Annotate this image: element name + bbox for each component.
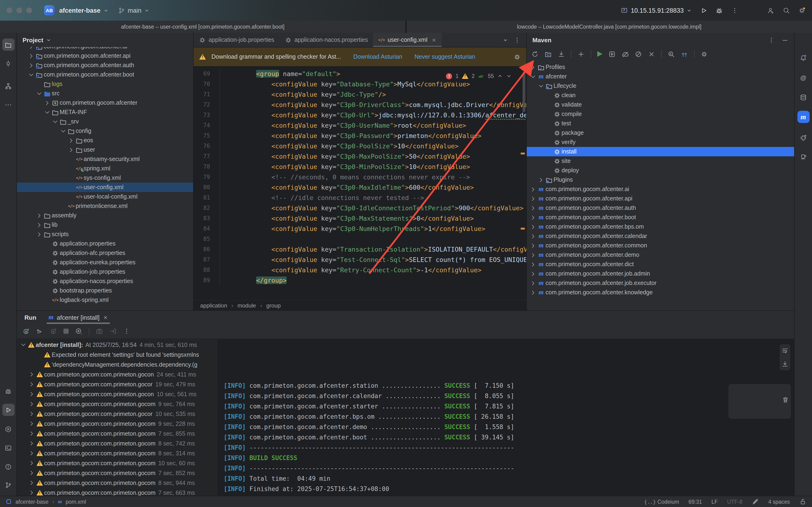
maven-tree-item[interactable]: mcom.primeton.gocom.afcenter.job.admin	[527, 269, 794, 278]
hide-panel-button[interactable]	[781, 36, 789, 44]
device-selector[interactable]: 10.15.15.91:28833	[621, 7, 692, 14]
run-rerun-failed-icon[interactable]	[36, 328, 43, 335]
lock-icon[interactable]	[799, 498, 806, 505]
run-rerun-icon[interactable]	[22, 328, 30, 335]
more-tools-button[interactable]	[2, 99, 14, 111]
chevron-down-icon[interactable]	[44, 109, 51, 116]
chevron-right-icon[interactable]	[529, 242, 537, 249]
commit-tool-button[interactable]	[2, 57, 14, 69]
chevron-right-icon[interactable]	[28, 440, 35, 447]
never-suggest-asturian-link[interactable]: Never suggest Asturian	[414, 54, 475, 60]
problems-tool-button[interactable]	[2, 460, 14, 473]
project-tree-item[interactable]: application-eureka.properties	[17, 258, 193, 267]
chevron-right-icon[interactable]	[529, 280, 537, 287]
run-tree-item[interactable]: !com.primeton.gocom:com.primeton.gocom8 …	[17, 478, 217, 488]
chevron-right-icon[interactable]	[28, 47, 35, 50]
project-tree-item[interactable]: </>spring.xml	[17, 164, 193, 173]
breadcrumb-item[interactable]: group	[266, 302, 281, 308]
chevron-right-icon[interactable]	[28, 450, 35, 457]
run-button[interactable]	[700, 7, 707, 14]
maven-close-x-icon[interactable]	[648, 50, 655, 58]
run-tool-button[interactable]	[2, 404, 14, 416]
chevron-right-icon[interactable]	[28, 52, 35, 59]
warning-stripe-mark[interactable]	[521, 227, 525, 229]
read-only-toggle-icon[interactable]	[752, 498, 759, 505]
maven-tree-item[interactable]: Profiles	[527, 62, 794, 72]
code-line[interactable]: 84 <configValue key="C3p0-NumHelperThrea…	[194, 223, 526, 234]
maven-tree-item[interactable]: install	[527, 147, 794, 156]
chevron-right-icon[interactable]	[28, 371, 35, 378]
banner-settings-icon[interactable]	[514, 53, 521, 60]
breadcrumb-item[interactable]: application	[200, 302, 227, 308]
dependencies-tool-button[interactable]	[797, 131, 809, 144]
tab-list-dropdown-icon[interactable]	[503, 37, 508, 43]
endpoints-tool-button[interactable]	[797, 150, 809, 162]
project-tree-item[interactable]: user	[17, 145, 193, 155]
maven-analyze-deps-icon[interactable]	[668, 50, 675, 58]
debug-button[interactable]	[716, 7, 723, 14]
maven-run-green-icon[interactable]	[597, 51, 602, 57]
close-icon[interactable]	[431, 37, 436, 43]
chevron-right-icon[interactable]	[68, 146, 75, 153]
maven-plus-icon[interactable]	[577, 50, 585, 58]
chevron-right-icon[interactable]	[28, 381, 35, 388]
maven-execute-goal-icon[interactable]	[609, 50, 616, 58]
chevron-down-icon[interactable]	[60, 127, 67, 134]
services-tool-button[interactable]	[2, 423, 14, 435]
project-tree-item[interactable]: META-INF	[17, 108, 193, 117]
code-with-me-button[interactable]	[767, 7, 774, 14]
project-tree-item[interactable]: </>user-local-config.xml	[17, 192, 193, 202]
chevron-down-icon[interactable]	[529, 73, 537, 80]
tab-options-icon[interactable]	[514, 36, 521, 44]
prev-problem-icon[interactable]	[497, 73, 503, 79]
download-asturian-link[interactable]: Download Asturian	[353, 54, 402, 60]
project-tree-item[interactable]: </>antisamy-security.xml	[17, 155, 193, 164]
maven-tree-item[interactable]: mcom.primeton.gocom.afcenter.ai	[527, 184, 794, 194]
maven-tree-item[interactable]: mcom.primeton.gocom.afcenter.dict	[527, 260, 794, 269]
code-line[interactable]: 85	[194, 234, 526, 244]
run-tree-item[interactable]: !com.primeton.gocom:com.primeton.gocom9 …	[17, 399, 217, 409]
code-line[interactable]: 74 <configValue key="C3p0-UserName">root…	[194, 120, 526, 130]
caret-position[interactable]: 69:31	[689, 499, 702, 504]
project-tree-item[interactable]: assembly	[17, 211, 193, 220]
close-icon[interactable]	[103, 315, 108, 320]
scroll-to-end-icon[interactable]	[781, 360, 789, 368]
chevron-right-icon[interactable]	[28, 469, 35, 476]
chevron-right-icon[interactable]	[36, 221, 43, 228]
git-tool-button[interactable]	[2, 479, 14, 491]
code-line[interactable]: 73 <configValue key="C3p0-Url">jdbc:mysq…	[194, 110, 526, 120]
close-window-icon[interactable]	[7, 7, 12, 13]
maven-tree-item[interactable]: Lifecycle	[527, 81, 794, 91]
maven-tree-item[interactable]: mcom.primeton.gocom.afcenter.common	[527, 241, 794, 250]
branch-selector[interactable]: main	[118, 7, 150, 14]
chevron-right-icon[interactable]	[28, 460, 35, 467]
run-tree-item[interactable]: !com.primeton.gocom:com.primeton.gocom7 …	[17, 429, 217, 439]
line-separator[interactable]: LF	[711, 499, 718, 504]
code-line[interactable]: 89 </group>	[194, 275, 526, 285]
chevron-right-icon[interactable]	[529, 223, 537, 230]
chevron-right-icon[interactable]	[36, 212, 43, 219]
chevron-right-icon[interactable]	[44, 99, 51, 106]
project-tool-button[interactable]	[2, 39, 14, 51]
terminal-tool-button[interactable]	[2, 442, 14, 454]
chevron-right-icon[interactable]	[28, 420, 35, 427]
maven-tree-item[interactable]: mcom.primeton.gocom.afcenter.knowledge	[527, 288, 794, 297]
project-tree-item[interactable]: com.primeton.gocom.afcenter	[17, 98, 193, 108]
window-tab-2[interactable]: lowcode – LowcodeModelController.java [c…	[406, 21, 812, 33]
file-encoding[interactable]: UTF-8	[727, 499, 743, 504]
chevron-right-icon[interactable]	[529, 289, 537, 296]
project-tree-item[interactable]: com.primeton.gocom.afcenter.ai	[17, 47, 193, 51]
project-tree-item[interactable]: application.properties	[17, 239, 193, 248]
chevron-down-icon[interactable]	[28, 71, 35, 78]
notifications-button[interactable]	[797, 52, 809, 64]
maven-tree-item[interactable]: mcom.primeton.gocom.afcenter.boot	[527, 213, 794, 222]
code-line[interactable]: 81 <!-- //idle connections never tested …	[194, 192, 526, 203]
run-stop-disabled-icon[interactable]	[63, 329, 68, 334]
chevron-right-icon[interactable]	[28, 430, 35, 437]
status-file[interactable]: pom.xml	[65, 499, 86, 504]
project-tree-item[interactable]: com.primeton.gocom.afcenter.auth	[17, 61, 193, 70]
run-kebab-icon[interactable]	[123, 328, 130, 335]
code-line[interactable]: 87 <configValue key="Test-Connect-Sql">S…	[194, 255, 526, 265]
code-line[interactable]: 76 <configValue key="C3p0-PoolSize">10</…	[194, 141, 526, 151]
editor-tab[interactable]: </>user-config.xml	[373, 33, 442, 47]
